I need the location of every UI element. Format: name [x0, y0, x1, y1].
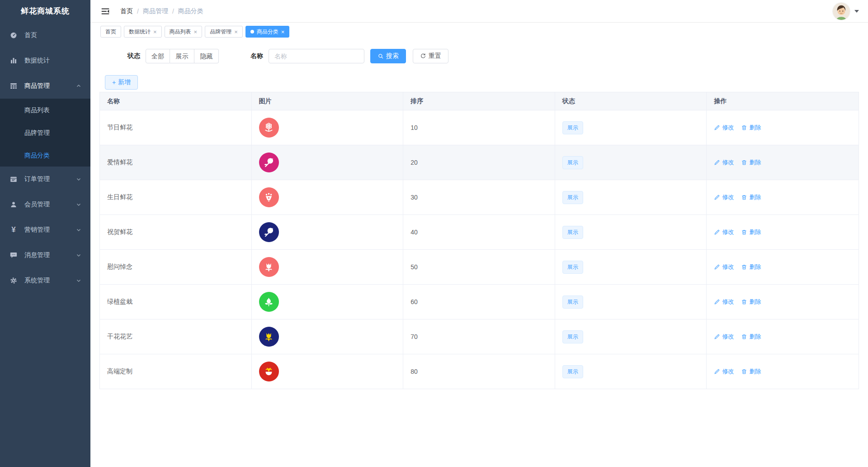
- delete-link[interactable]: 删除: [741, 193, 761, 201]
- edit-link[interactable]: 修改: [714, 228, 734, 236]
- delete-link[interactable]: 删除: [741, 228, 761, 236]
- active-tab-dot: [250, 30, 254, 33]
- trash-icon: [741, 159, 747, 166]
- sidebar-item-stats[interactable]: 数据统计: [0, 48, 90, 73]
- chevron-up-icon: [76, 83, 81, 89]
- delete-link[interactable]: 删除: [741, 367, 761, 376]
- edit-link[interactable]: 修改: [714, 367, 734, 376]
- edit-link-label: 修改: [722, 228, 734, 236]
- category-name: 节日鲜花: [107, 124, 132, 132]
- status-option-show[interactable]: 展示: [170, 49, 194, 63]
- tab-home[interactable]: 首页: [100, 26, 121, 38]
- premium-pot-icon: [259, 362, 279, 381]
- tab-brand-mgmt[interactable]: 品牌管理 ×: [205, 26, 243, 38]
- edit-link[interactable]: 修改: [714, 193, 734, 201]
- table-row: 干花花艺 70 展示 修改 删除: [100, 319, 859, 354]
- delete-link-label: 删除: [749, 124, 761, 132]
- edit-icon: [714, 264, 720, 270]
- tab-label: 品牌管理: [210, 28, 231, 36]
- category-table: 名称 图片 排序 状态 操作 节日鲜花 10 展示: [99, 92, 859, 389]
- sidebar-item-system[interactable]: 系统管理: [0, 268, 90, 293]
- search-icon: [377, 53, 384, 59]
- chevron-down-icon: [76, 176, 81, 182]
- avatar[interactable]: [833, 3, 850, 20]
- tab-product-list[interactable]: 商品列表 ×: [165, 26, 203, 38]
- table-row: 节日鲜花 10 展示 修改 删除: [100, 110, 859, 145]
- delete-link-label: 删除: [749, 228, 761, 236]
- sidebar-item-brand-mgmt[interactable]: 品牌管理: [0, 121, 90, 144]
- top-bar: 首页 / 商品管理 / 商品分类: [90, 0, 868, 23]
- sidebar-item-marketing[interactable]: ¥ 营销管理: [0, 217, 90, 243]
- sidebar-item-messages[interactable]: 消息管理: [0, 243, 90, 268]
- edit-link[interactable]: 修改: [714, 263, 734, 271]
- column-header-status: 状态: [555, 92, 707, 110]
- delete-link[interactable]: 删除: [741, 298, 761, 306]
- add-button[interactable]: + 新增: [105, 75, 138, 90]
- breadcrumb: 首页 / 商品管理 / 商品分类: [120, 7, 203, 15]
- edit-link[interactable]: 修改: [714, 158, 734, 167]
- sidebar-item-products[interactable]: 商品管理: [0, 73, 90, 99]
- breadcrumb-products[interactable]: 商品管理: [143, 7, 168, 15]
- search-button[interactable]: 搜索: [370, 49, 406, 63]
- trash-icon: [741, 264, 747, 270]
- table-row: 绿植盆栽 60 展示 修改 删除: [100, 285, 859, 319]
- sidebar-item-category[interactable]: 商品分类: [0, 144, 90, 167]
- status-badge: 展示: [562, 365, 583, 378]
- sidebar-item-label: 营销管理: [24, 226, 50, 234]
- edit-link-label: 修改: [722, 124, 734, 132]
- search-button-label: 搜索: [386, 52, 399, 60]
- tab-stats[interactable]: 数据统计 ×: [124, 26, 162, 38]
- filter-bar: 状态 全部 展示 隐藏 名称 搜索 重置: [127, 49, 859, 63]
- edit-link[interactable]: 修改: [714, 124, 734, 132]
- main-area: 首页 / 商品管理 / 商品分类 首页 数据统计 × 商品列表: [90, 0, 868, 467]
- app-root: 鲜花商城系统 首页 数据统计 商品管理 商品列表 品牌管理 商品分: [0, 0, 868, 467]
- bar-chart-icon: [9, 56, 18, 65]
- column-header-image: 图片: [252, 92, 404, 110]
- edit-link[interactable]: 修改: [714, 333, 734, 341]
- sort-value: 60: [410, 298, 418, 305]
- refresh-icon: [420, 53, 426, 59]
- status-option-hide[interactable]: 隐藏: [194, 49, 219, 63]
- delete-link[interactable]: 删除: [741, 158, 761, 167]
- name-filter-input[interactable]: [269, 49, 364, 63]
- sidebar-item-label: 商品管理: [24, 82, 50, 90]
- chevron-down-icon: [76, 202, 81, 207]
- close-icon[interactable]: ×: [234, 29, 238, 35]
- edit-icon: [714, 194, 720, 200]
- status-badge: 展示: [562, 295, 583, 309]
- close-icon[interactable]: ×: [153, 29, 157, 35]
- delete-link-label: 删除: [749, 367, 761, 376]
- column-header-sort: 排序: [403, 92, 555, 110]
- close-icon[interactable]: ×: [281, 29, 285, 35]
- table-row: 慰问悼念 50 展示 修改 删除: [100, 250, 859, 285]
- status-badge: 展示: [562, 156, 583, 169]
- sidebar-item-home[interactable]: 首页: [0, 23, 90, 48]
- sidebar-item-orders[interactable]: 订单管理: [0, 167, 90, 192]
- status-filter-label: 状态: [127, 52, 140, 60]
- sidebar-collapse-icon[interactable]: [100, 6, 110, 16]
- status-badge: 展示: [562, 121, 583, 134]
- edit-icon: [714, 159, 720, 166]
- sort-value: 30: [410, 194, 418, 201]
- status-badge: 展示: [562, 226, 583, 239]
- sidebar-item-product-list[interactable]: 商品列表: [0, 99, 90, 121]
- reset-button[interactable]: 重置: [413, 49, 448, 63]
- sidebar-item-members[interactable]: 会员管理: [0, 192, 90, 217]
- breadcrumb-home[interactable]: 首页: [120, 7, 133, 15]
- status-option-all[interactable]: 全部: [146, 49, 170, 63]
- category-name: 干花花艺: [107, 333, 132, 341]
- tab-category-active[interactable]: 商品分类 ×: [245, 26, 290, 38]
- column-header-name: 名称: [100, 92, 252, 110]
- sort-value: 10: [410, 124, 418, 131]
- sort-value: 40: [410, 229, 418, 236]
- sidebar-item-label: 数据统计: [24, 57, 50, 65]
- sidebar-item-label: 首页: [24, 31, 37, 39]
- delete-link[interactable]: 删除: [741, 124, 761, 132]
- edit-link[interactable]: 修改: [714, 298, 734, 306]
- edit-link-label: 修改: [722, 298, 734, 306]
- close-icon[interactable]: ×: [194, 29, 198, 35]
- delete-link[interactable]: 删除: [741, 263, 761, 271]
- delete-link[interactable]: 删除: [741, 333, 761, 341]
- edit-link-label: 修改: [722, 367, 734, 376]
- grid-icon: [9, 81, 18, 91]
